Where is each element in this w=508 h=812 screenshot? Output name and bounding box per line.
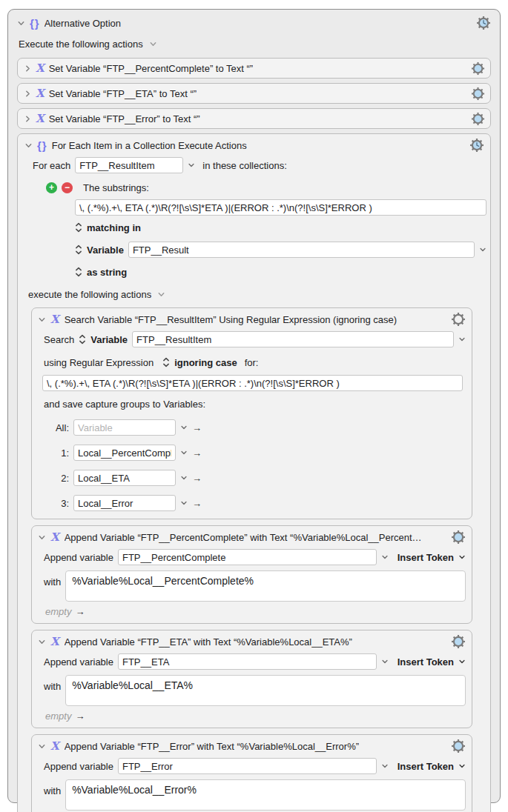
gear-clock-icon[interactable] [476,16,491,30]
insert-token-button[interactable]: Insert Token [398,656,454,668]
goto-variable-arrow[interactable]: → [192,422,202,433]
stepper-icon[interactable] [79,334,86,345]
variable-action-icon: X [50,314,59,325]
capture-group-input-1[interactable] [73,445,176,461]
append-variable-input[interactable] [118,549,377,565]
disclosure-chevron-icon[interactable] [24,64,32,73]
variable-dropdown-icon[interactable] [381,658,389,665]
append-title: Append Variable “FTP__Error” with Text “… [65,741,359,752]
capture-group-input-all[interactable] [73,419,176,436]
capture-group-label: 1: [44,447,69,459]
gear-icon[interactable] [451,530,466,545]
variable-dropdown-icon[interactable] [479,246,486,253]
variable-action-icon: X [36,88,44,99]
insert-token-chevron-icon[interactable] [458,762,466,770]
goto-variable-arrow[interactable]: → [192,447,202,459]
collapse-chevron-icon[interactable] [38,533,46,542]
action-set-variable-error[interactable]: X Set Variable “FTP__Error” to Text “” [17,108,491,129]
append-header: X Append Variable “FTP__Error” with Text… [38,736,466,756]
append-variable-input[interactable] [118,758,377,774]
matching-in-label[interactable]: matching in [87,222,141,233]
collapse-chevron-icon[interactable] [38,638,46,646]
collapse-chevron-icon[interactable] [24,142,33,150]
search-regex-input[interactable] [42,375,463,391]
for-each-variable-input[interactable] [75,157,183,173]
gear-icon[interactable] [471,112,485,126]
variable-dropdown-icon[interactable] [180,499,188,507]
action-set-variable-percentcomplete[interactable]: X Set Variable “FTP__PercentComplete” to… [17,58,491,79]
insert-token-button[interactable]: Insert Token [398,761,454,772]
capture-group-input-3[interactable] [73,495,176,511]
search-variable-type-label[interactable]: Variable [90,334,128,345]
search-variable-input[interactable] [132,331,454,347]
execute-actions-row: Execute the following actions [19,34,491,53]
gear-icon[interactable] [471,61,485,76]
with-text-input[interactable]: %Variable%Local__ETA% [65,675,466,706]
action-search-variable: X Search Variable “FTP__ResultItem” Usin… [31,307,472,519]
chevron-down-icon[interactable] [157,290,165,299]
append-variable-row: Append variable Insert Token [44,547,466,568]
variable-dropdown-icon[interactable] [381,553,389,561]
variable-dropdown-icon[interactable] [381,762,389,770]
with-label: with [44,576,61,588]
variable-dropdown-icon[interactable] [180,424,188,431]
stepper-icon[interactable] [75,244,82,255]
with-row: with %Variable%Local__ETA% [44,675,466,706]
remove-collection-button[interactable]: − [62,182,73,193]
variable-action-icon: X [36,113,44,124]
gear-clock-icon[interactable] [469,138,484,153]
with-label: with [44,681,61,692]
for-label: for: [245,357,259,368]
variable-dropdown-icon[interactable] [188,162,195,169]
insert-token-chevron-icon[interactable] [458,658,466,665]
with-text-input[interactable]: %Variable%Local__PercentComplete% [65,570,466,602]
capture-group-input-2[interactable] [73,470,176,486]
stepper-icon[interactable] [75,267,82,277]
collections-label: in these collections: [202,160,286,171]
disclosure-chevron-icon[interactable] [24,115,32,123]
search-variable-row: Search Variable [44,329,466,350]
group-braces-icon: {} [30,18,40,29]
variable-dropdown-icon[interactable] [180,474,188,482]
gear-icon[interactable] [471,87,485,101]
variable-action-icon: X [36,63,44,74]
goto-variable-arrow[interactable]: → [192,498,202,509]
gear-icon[interactable] [451,739,466,753]
with-text-input[interactable]: %Variable%Local__Error% [65,779,466,811]
matching-in-row: matching in [75,219,490,236]
add-collection-button[interactable]: + [46,182,57,193]
search-regex-row [42,375,463,391]
search-label: Search [44,334,74,345]
gear-icon[interactable] [451,634,466,649]
execute-actions-label: Execute the following actions [19,39,143,50]
capture-group-row: 1: → [44,442,466,464]
substrings-regex-input[interactable] [75,199,486,216]
matching-variable-input[interactable] [128,242,475,258]
group-header: {} Alternative Option [17,13,491,33]
variable-action-icon: X [50,532,59,543]
variable-dropdown-icon[interactable] [180,449,188,456]
empty-token-row: empty → [45,606,466,617]
as-string-label[interactable]: as string [87,267,127,278]
ignoring-case-label[interactable]: ignoring case [174,357,237,368]
insert-token-chevron-icon[interactable] [458,553,466,561]
substrings-label: The substrings: [83,182,149,193]
expand-arrow[interactable]: → [75,606,85,617]
insert-token-button[interactable]: Insert Token [398,552,454,563]
stepper-icon[interactable] [162,357,170,367]
variable-dropdown-icon[interactable] [458,336,466,343]
collapse-chevron-icon[interactable] [38,742,46,751]
collapse-chevron-icon[interactable] [17,19,25,27]
action-set-variable-eta[interactable]: X Set Variable “FTP__ETA” to Text “” [17,83,491,104]
as-string-row: as string [75,263,490,281]
chevron-down-icon[interactable] [149,40,157,48]
collapse-chevron-icon[interactable] [38,316,46,324]
expand-arrow[interactable]: → [75,710,85,722]
empty-label: empty [45,710,71,722]
goto-variable-arrow[interactable]: → [192,473,202,484]
append-variable-input[interactable] [118,653,377,670]
disclosure-chevron-icon[interactable] [24,90,32,98]
gear-icon[interactable] [451,312,466,327]
stepper-icon[interactable] [75,222,82,233]
variable-type-label[interactable]: Variable [87,244,124,256]
